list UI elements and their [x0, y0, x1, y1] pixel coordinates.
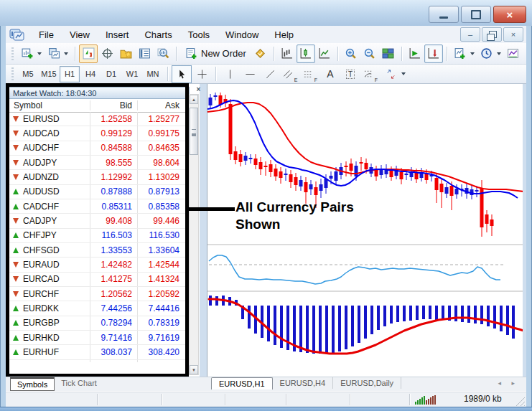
tile-windows-button[interactable]: [379, 44, 398, 63]
market-watch-row-audnzd[interactable]: AUDNZD1.129921.13029: [9, 170, 190, 184]
column-symbol[interactable]: Symbol: [9, 100, 90, 110]
chart-shift-button[interactable]: [424, 44, 443, 63]
child-close-icon: ×: [511, 30, 515, 39]
tab-scroll-arrows[interactable]: ◂ ▸: [498, 379, 519, 387]
arrows-tool-button[interactable]: [381, 65, 401, 83]
child-minimize-icon: –: [468, 30, 472, 39]
candlestick-chart-type-button[interactable]: [297, 44, 315, 63]
market-watch-row-eurjpy[interactable]: EURJPY140.486140.514: [9, 360, 190, 362]
market-watch-row-audusd[interactable]: AUDUSD0.878880.87913: [9, 185, 190, 199]
market-watch-tab-symbols[interactable]: Symbols: [10, 377, 55, 391]
maximize-button[interactable]: [461, 6, 491, 23]
menu-insert[interactable]: Insert: [98, 27, 137, 42]
child-minimize-button[interactable]: –: [460, 27, 480, 42]
line-chart-type-button[interactable]: [315, 44, 334, 63]
market-watch-tab-tick-chart[interactable]: Tick Chart: [55, 377, 103, 389]
fibonacci-expansion-tool-button[interactable]: F: [360, 65, 381, 83]
market-watch-row-euraud[interactable]: EURAUD1.424821.42544: [9, 258, 190, 272]
market-watch-row-cadjpy[interactable]: CADJPY99.40899.446: [9, 214, 190, 228]
column-ask[interactable]: Ask: [137, 100, 185, 110]
menu-file[interactable]: File: [31, 27, 62, 42]
market-watch-toggle-button[interactable]: [79, 44, 98, 63]
strategy-tester-button[interactable]: [154, 44, 172, 63]
auto-scroll-button[interactable]: [406, 44, 424, 63]
menu-tools[interactable]: Tools: [180, 27, 218, 42]
timeframe-h1[interactable]: H1: [60, 66, 80, 82]
timeframe-w1[interactable]: W1: [122, 66, 142, 82]
horizontal-line-tool-button[interactable]: [240, 65, 260, 83]
zoom-out-button[interactable]: [360, 44, 379, 63]
timeframe-m15[interactable]: M15: [39, 66, 59, 82]
periods-dropdown[interactable]: [497, 52, 501, 55]
metaeditor-button[interactable]: [251, 44, 270, 63]
market-watch-row-chfsgd[interactable]: CHFSGD1.335531.33604: [9, 243, 190, 258]
new-order-button[interactable]: New Order: [180, 43, 251, 65]
chart-tab-eurusd-h4[interactable]: EURUSD,H4: [273, 377, 334, 389]
timeframe-d1[interactable]: D1: [101, 66, 121, 82]
profiles-button[interactable]: [45, 44, 63, 63]
connection-bars-icon: [415, 395, 436, 405]
up-arrow-icon: [13, 204, 19, 209]
timeframe-mn[interactable]: MN: [143, 66, 163, 82]
vertical-line-tool-button[interactable]: [220, 65, 240, 83]
zoom-in-button[interactable]: [342, 44, 360, 63]
market-watch-row-eurhuf[interactable]: EURHUF308.037308.420: [9, 345, 190, 359]
title-bar[interactable]: ×: [0, 0, 532, 26]
timeframe-h4[interactable]: H4: [80, 66, 101, 82]
market-watch-row-eurdkk[interactable]: EURDKK7.442567.44416: [9, 301, 190, 316]
market-watch-row-audchf[interactable]: AUDCHF0.845880.84635: [9, 141, 190, 156]
navigator-button[interactable]: [116, 44, 135, 63]
child-close-button[interactable]: ×: [503, 27, 523, 42]
trendline-tool-button[interactable]: [260, 65, 280, 83]
fibonacci-tool-button[interactable]: F: [300, 65, 320, 83]
market-watch-row-eurhkd[interactable]: EURHKD9.714169.71619: [9, 331, 190, 345]
chart-tab-eurusd-h1[interactable]: EURUSD,H1: [211, 377, 273, 389]
terminal-button[interactable]: [135, 44, 154, 63]
child-restore-button[interactable]: [482, 27, 502, 42]
text-tool-button[interactable]: A: [320, 65, 340, 83]
scroll-down-button[interactable]: ▼: [190, 365, 198, 374]
market-watch-row-audjpy[interactable]: AUDJPY98.55598.604: [9, 156, 190, 170]
arrows-dropdown[interactable]: [401, 72, 406, 75]
toolbar-grip[interactable]: [11, 67, 14, 80]
templates-button[interactable]: [504, 44, 523, 63]
indicators-dropdown[interactable]: [470, 52, 475, 55]
timeframe-m5[interactable]: M5: [18, 66, 38, 82]
close-button[interactable]: ×: [493, 6, 526, 23]
market-watch-row-chfjpy[interactable]: CHFJPY116.503116.530: [9, 229, 190, 243]
ask-value: 1.42544: [137, 258, 185, 271]
profiles-dropdown[interactable]: [64, 52, 68, 55]
status-bar: 1989/0 kb: [6, 391, 526, 407]
text-label-tool-button[interactable]: T: [340, 65, 360, 83]
menu-window[interactable]: Window: [218, 27, 266, 42]
market-watch-title[interactable]: Market Watch: 18:04:30: [9, 87, 190, 99]
market-watch-row-eurusd[interactable]: EURUSD1.252581.25277: [9, 112, 190, 126]
equidistant-channel-tool-button[interactable]: E: [280, 65, 300, 83]
data-window-button[interactable]: [98, 44, 116, 63]
market-watch-row-audcad[interactable]: AUDCAD0.991290.99175: [9, 126, 190, 141]
bar-chart-type-button[interactable]: [278, 44, 297, 63]
new-chart-button[interactable]: [18, 44, 37, 63]
scroll-up-button[interactable]: ▲: [190, 95, 198, 104]
column-bid[interactable]: Bid: [90, 100, 137, 110]
resize-grip[interactable]: [515, 396, 525, 406]
down-arrow-icon: [13, 262, 19, 268]
cursor-tool-button[interactable]: [172, 65, 192, 83]
crosshair-tool-button[interactable]: [192, 65, 212, 83]
scrollbar-thumb[interactable]: [190, 108, 198, 155]
periods-button[interactable]: [477, 44, 496, 63]
menu-help[interactable]: Help: [266, 27, 302, 42]
menu-charts[interactable]: Charts: [136, 27, 179, 42]
market-watch-row-eurchf[interactable]: EURCHF1.205621.20592: [9, 287, 190, 301]
market-watch-row-eurcad[interactable]: EURCAD1.412751.41324: [9, 273, 190, 287]
chart-tab-eurusd-daily[interactable]: EURUSD,Daily: [333, 377, 401, 389]
market-watch-row-cadchf[interactable]: CADCHF0.853110.85358: [9, 199, 190, 214]
market-watch-scrollbar[interactable]: ▲ ▼: [189, 94, 199, 375]
menu-view[interactable]: View: [62, 27, 98, 42]
market-watch-close-button[interactable]: ×: [194, 85, 203, 93]
indicators-button[interactable]: [451, 44, 470, 63]
new-chart-dropdown[interactable]: [37, 52, 42, 55]
minimize-button[interactable]: [429, 6, 459, 23]
toolbar-grip[interactable]: [11, 47, 14, 60]
market-watch-row-eurgbp[interactable]: EURGBP0.782940.78319: [9, 316, 190, 331]
